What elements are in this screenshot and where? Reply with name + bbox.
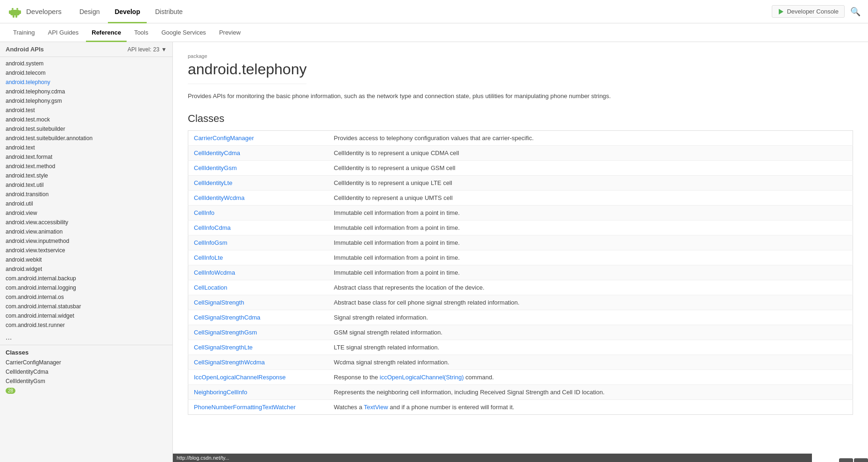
class-name-link[interactable]: CellSignalStrengthWcdma bbox=[194, 359, 265, 366]
sidebar-package-item[interactable]: android.telephony.cdma bbox=[0, 87, 172, 96]
main-nav: Design Develop Distribute bbox=[73, 0, 772, 23]
class-name-link[interactable]: PhoneNumberFormattingTextWatcher bbox=[194, 404, 296, 411]
api-level-dropdown-icon[interactable]: ▼ bbox=[161, 46, 167, 53]
svg-rect-3 bbox=[9, 10, 11, 14]
sidebar-package-item[interactable]: android.text bbox=[0, 143, 172, 152]
sidebar-classes-section: Classes bbox=[0, 345, 172, 358]
svg-rect-6 bbox=[15, 15, 17, 18]
classes-table: CarrierConfigManagerProvides access to t… bbox=[188, 130, 853, 415]
table-row: IccOpenLogicalChannelResponseResponse to… bbox=[188, 370, 853, 384]
play-store-icon bbox=[778, 8, 784, 15]
class-name-link[interactable]: CellSignalStrengthGsm bbox=[194, 329, 257, 336]
sidebar-package-item[interactable]: android.view.accessibility bbox=[0, 218, 172, 227]
class-description: CellIdentity to represent a unique UMTS … bbox=[328, 190, 853, 205]
sidebar-package-item[interactable]: android.test.mock bbox=[0, 115, 172, 124]
class-name-link[interactable]: CellSignalStrength bbox=[194, 299, 244, 306]
sidebar-package-item[interactable]: android.view bbox=[0, 208, 172, 218]
class-name-link[interactable]: CellInfoLte bbox=[194, 254, 223, 261]
class-description: CellIdentity is to represent a unique CD… bbox=[328, 145, 853, 160]
sidebar-classes: CarrierConfigManagerCellIdentityCdmaCell… bbox=[0, 358, 172, 386]
search-button[interactable]: 🔍 bbox=[850, 7, 861, 17]
subnav-google-services[interactable]: Google Services bbox=[156, 23, 211, 42]
class-name-link[interactable]: CellIdentityCdma bbox=[194, 149, 240, 156]
subnav-api-guides[interactable]: API Guides bbox=[42, 23, 84, 42]
class-name-link[interactable]: CellInfoWcdma bbox=[194, 269, 235, 276]
sidebar-package-item[interactable]: android.util bbox=[0, 199, 172, 208]
developer-console-button[interactable]: Developer Console bbox=[772, 5, 845, 18]
svg-rect-2 bbox=[10, 10, 20, 15]
nav-distribute[interactable]: Distribute bbox=[149, 0, 189, 23]
icc-open-logical-channel-link[interactable]: iccOpenLogicalChannel(String) bbox=[380, 374, 464, 381]
sidebar-class-item[interactable]: CellIdentityCdma bbox=[0, 367, 172, 377]
sidebar-class-item[interactable]: CarrierConfigManager bbox=[0, 358, 172, 367]
sidebar-package-item[interactable]: android.view.inputmethod bbox=[0, 236, 172, 246]
class-name-link[interactable]: CellLocation bbox=[194, 284, 228, 291]
sidebar-package-item[interactable]: com.android.internal.statusbar bbox=[0, 302, 172, 311]
class-name-link[interactable]: CellInfo bbox=[194, 209, 214, 216]
sidebar-package-item[interactable]: com.android.test.runner bbox=[0, 320, 172, 330]
sidebar-class-item[interactable]: CellIdentityGsm bbox=[0, 377, 172, 386]
class-name-link[interactable]: CellInfoGsm bbox=[194, 239, 228, 246]
sidebar-package-item[interactable]: android.telephony bbox=[0, 78, 172, 87]
api-level-selector[interactable]: API level: 23 ▼ bbox=[128, 46, 167, 53]
package-label: package bbox=[188, 53, 306, 59]
sidebar-package-item[interactable]: android.telephony.gsm bbox=[0, 96, 172, 106]
class-name-link[interactable]: CellIdentityWcdma bbox=[194, 194, 244, 201]
sidebar-package-item[interactable]: android.webkit bbox=[0, 255, 172, 264]
sidebar-package-item[interactable]: android.test.suitebuilder.annotation bbox=[0, 134, 172, 143]
nav-develop[interactable]: Develop bbox=[108, 0, 146, 23]
sidebar-package-item[interactable]: android.system bbox=[0, 59, 172, 68]
classes-section-title: Classes bbox=[188, 113, 853, 125]
sidebar-package-item[interactable]: android.text.style bbox=[0, 171, 172, 180]
class-description: Abstract base class for cell phone signa… bbox=[328, 295, 853, 310]
text-view-link[interactable]: TextView bbox=[364, 404, 388, 411]
sidebar-package-item[interactable]: android.transition bbox=[0, 190, 172, 199]
class-name-link[interactable]: CellIdentityLte bbox=[194, 179, 232, 186]
subnav-training[interactable]: Training bbox=[7, 23, 40, 42]
class-name-link[interactable]: IccOpenLogicalChannelResponse bbox=[194, 374, 286, 381]
table-row: CellInfoLteImmutable cell information fr… bbox=[188, 250, 853, 265]
class-description: Signal strength related information. bbox=[328, 310, 853, 325]
subnav-reference[interactable]: Reference bbox=[86, 23, 127, 42]
class-description: Immutable cell information from a point … bbox=[328, 250, 853, 265]
class-name-link[interactable]: CarrierConfigManager bbox=[194, 135, 254, 142]
class-name-link[interactable]: CellSignalStrengthCdma bbox=[194, 314, 260, 321]
sub-nav: Training API Guides Reference Tools Goog… bbox=[0, 23, 868, 42]
class-description: Watches a TextView and if a phone number… bbox=[328, 399, 853, 414]
sidebar-package-item[interactable]: android.test bbox=[0, 106, 172, 115]
url-bar: http://blog.csdn.net/ty... bbox=[173, 454, 812, 462]
table-row: CellSignalStrengthLteLTE signal strength… bbox=[188, 340, 853, 355]
nav-design[interactable]: Design bbox=[73, 0, 107, 23]
class-name-link[interactable]: NeighboringCellInfo bbox=[194, 389, 247, 396]
class-name-link[interactable]: CellIdentityGsm bbox=[194, 164, 237, 171]
table-row: CellSignalStrengthAbstract base class fo… bbox=[188, 295, 853, 310]
sidebar-package-item[interactable]: android.text.method bbox=[0, 162, 172, 171]
svg-marker-7 bbox=[779, 9, 783, 14]
sidebar-header: Android APIs API level: 23 ▼ bbox=[0, 42, 172, 57]
sidebar-package-item[interactable]: android.widget bbox=[0, 264, 172, 274]
class-name-link[interactable]: CellInfoCdma bbox=[194, 224, 231, 231]
sidebar-package-item[interactable]: android.text.util bbox=[0, 180, 172, 190]
sidebar-package-item[interactable]: com.android.internal.logging bbox=[0, 283, 172, 292]
sidebar-package-item[interactable]: com.android.internal.backup bbox=[0, 274, 172, 283]
bottom-btn-2[interactable]: 反建议 bbox=[854, 458, 868, 462]
class-name-link[interactable]: CellSignalStrengthLte bbox=[194, 344, 253, 351]
sidebar-package-item[interactable]: android.test.suitebuilder bbox=[0, 124, 172, 134]
sidebar-package-item[interactable]: android.view.animation bbox=[0, 227, 172, 236]
svg-rect-4 bbox=[19, 10, 21, 14]
sidebar-more-button[interactable]: ... bbox=[0, 332, 172, 343]
package-description: Provides APIs for monitoring the basic p… bbox=[188, 92, 853, 101]
sidebar-package-item[interactable]: android.telecom bbox=[0, 68, 172, 78]
sidebar-package-item[interactable]: android.text.format bbox=[0, 152, 172, 162]
sidebar-package-item[interactable]: com.android.internal.widget bbox=[0, 311, 172, 320]
table-row: CellInfoWcdmaImmutable cell information … bbox=[188, 265, 853, 280]
bottom-btn-1[interactable]: 以国认识人 bbox=[839, 458, 853, 462]
sidebar-package-item[interactable]: com.android.internal.os bbox=[0, 292, 172, 302]
sidebar-package-item[interactable]: android.view.textservice bbox=[0, 246, 172, 255]
subnav-preview[interactable]: Preview bbox=[213, 23, 246, 42]
class-description: Wcdma signal strength related informatio… bbox=[328, 355, 853, 370]
class-description: LTE signal strength related information. bbox=[328, 340, 853, 355]
class-description: Immutable cell information from a point … bbox=[328, 235, 853, 250]
sidebar-badge-area: 28 bbox=[0, 386, 172, 396]
subnav-tools[interactable]: Tools bbox=[128, 23, 154, 42]
